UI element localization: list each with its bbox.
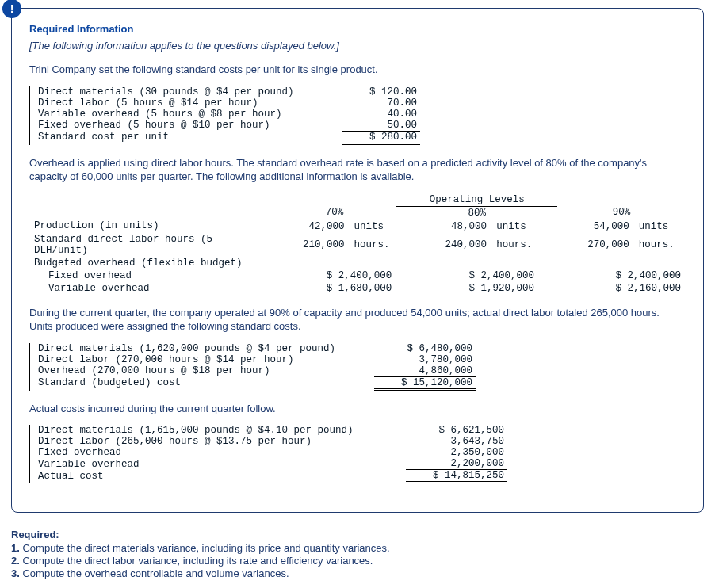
col-90: 90%	[557, 206, 686, 220]
req-item-2: 2. Compute the direct labor variance, in…	[11, 555, 704, 567]
actual-cost-table: Direct materials (1,615,000 pounds @ $4.…	[29, 425, 686, 483]
info-card: ! Required Information [The following in…	[11, 8, 704, 513]
standard-cost-table: Direct materials (30 pounds @ $4 per pou…	[29, 86, 686, 145]
card-title: Required Information	[29, 23, 686, 35]
applies-note: [The following information applies to th…	[29, 40, 686, 52]
operating-levels-table: Operating Levels 70% 80% 90% Production …	[29, 193, 686, 295]
col-80: 80%	[415, 206, 539, 220]
std-row-val: $ 120.00	[342, 86, 420, 97]
overhead-para: Overhead is applied using direct labor h…	[29, 156, 686, 184]
budgeted-cost-table: Direct materials (1,620,000 pounds @ $4 …	[29, 343, 686, 391]
required-section: Required: 1. Compute the direct material…	[11, 529, 704, 579]
required-list: 1. Compute the direct materials variance…	[11, 542, 704, 579]
req-item-3: 3. Compute the overhead controllable and…	[11, 567, 704, 579]
required-title: Required:	[11, 529, 704, 540]
std-row-label: Direct materials (30 pounds @ $4 per pou…	[35, 86, 342, 97]
alert-icon: !	[2, 0, 21, 18]
quarter-para: During the current quarter, the company …	[29, 306, 686, 334]
intro-text: Trini Company set the following standard…	[29, 63, 686, 77]
col-70: 70%	[273, 206, 397, 220]
actual-para: Actual costs incurred during the current…	[29, 402, 686, 416]
op-title: Operating Levels	[396, 193, 557, 207]
req-item-1: 1. Compute the direct materials variance…	[11, 542, 704, 554]
